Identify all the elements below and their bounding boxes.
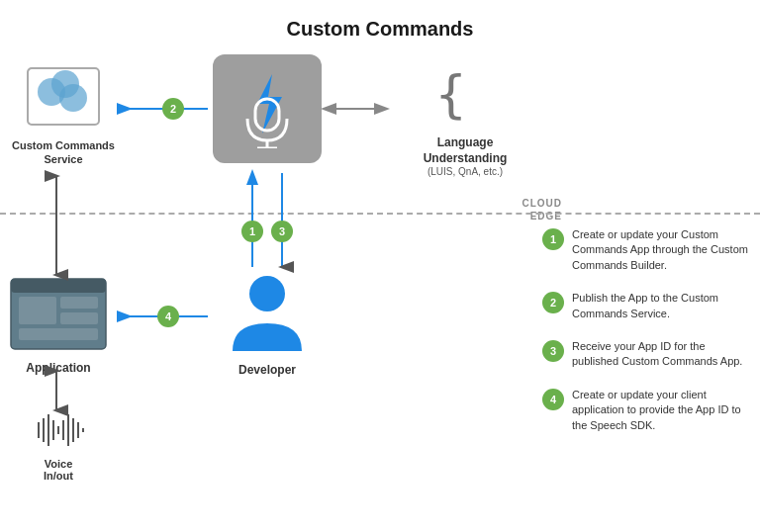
step-2-text: Publish the App to the Custom Commands S… [572, 291, 750, 321]
microphone-box [213, 54, 322, 163]
lang-understanding-block: { } LanguageUnderstanding (LUIS, QnA, et… [391, 64, 539, 177]
developer-icon [228, 272, 307, 351]
application-label: Application [9, 361, 108, 375]
step-1-circle: 1 [542, 228, 564, 250]
badge-4-circle [157, 306, 179, 327]
badge-3-text: 3 [279, 225, 285, 237]
lang-understanding-sub: (LUIS, QnA, etc.) [391, 166, 539, 177]
cloud-label: CLOUD [522, 198, 562, 209]
badge-2-text: 2 [170, 103, 176, 115]
cloud-edge-divider [0, 213, 760, 215]
step-2-circle: 2 [542, 292, 564, 313]
step-2: 2 Publish the App to the Custom Commands… [542, 291, 750, 321]
badge-4-text: 4 [165, 310, 172, 322]
svg-rect-14 [19, 328, 98, 340]
svg-rect-11 [19, 297, 56, 324]
cc-service-icon [24, 64, 103, 129]
step-1-text: Create or update your Custom Commands Ap… [572, 227, 750, 273]
step-3-circle: 3 [542, 340, 564, 362]
voice-block: VoiceIn/out [9, 410, 108, 482]
badge-2-circle [162, 98, 184, 120]
diagram-container: Custom Commands Custom CommandsService {… [0, 0, 760, 532]
voice-label: VoiceIn/out [9, 458, 108, 482]
steps-panel: 1 Create or update your Custom Commands … [542, 227, 750, 451]
step-3-text: Receive your App ID for the published Cu… [572, 339, 750, 370]
developer-label: Developer [213, 363, 322, 377]
svg-rect-12 [60, 297, 98, 309]
cc-service-block: Custom CommandsService [9, 64, 118, 167]
application-icon [9, 277, 108, 351]
step-4-circle: 4 [542, 389, 564, 410]
step-4-text: Create or update your client application… [572, 388, 750, 433]
microphone-icon [238, 69, 297, 148]
svg-rect-13 [60, 312, 98, 324]
badge-1-text: 1 [249, 225, 255, 237]
application-block: Application [9, 277, 108, 375]
svg-rect-10 [11, 279, 106, 293]
badge-3-circle [271, 221, 293, 242]
step-4: 4 Create or update your client applicati… [542, 388, 750, 433]
svg-point-15 [249, 276, 285, 311]
cc-service-label: Custom CommandsService [9, 138, 118, 167]
lang-understanding-icon: { } [430, 64, 500, 124]
svg-text:{ }: { } [435, 64, 500, 124]
badge-1-circle [241, 221, 263, 242]
voice-icon [29, 410, 88, 450]
step-1: 1 Create or update your Custom Commands … [542, 227, 750, 273]
page-title: Custom Commands [0, 18, 760, 41]
svg-point-3 [59, 84, 87, 112]
lang-understanding-label: LanguageUnderstanding [391, 135, 539, 166]
developer-block: Developer [213, 272, 322, 377]
step-3: 3 Receive your App ID for the published … [542, 339, 750, 370]
